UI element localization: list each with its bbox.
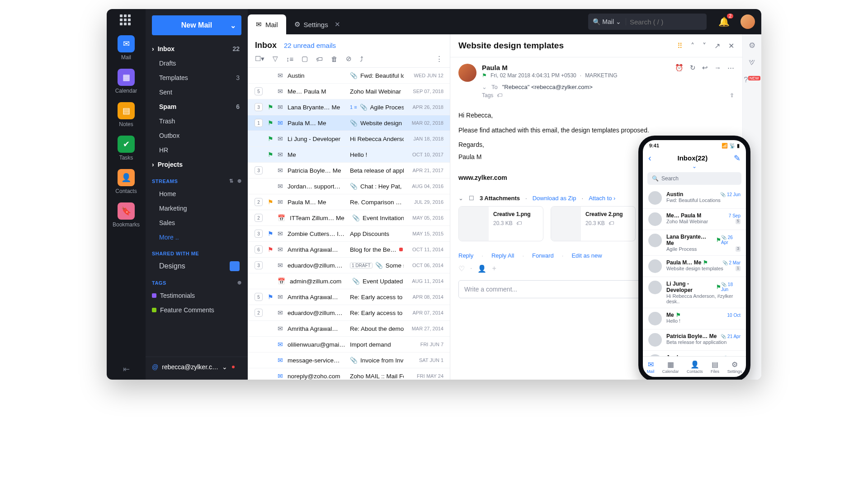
attachment-tag-icon[interactable]: 🏷	[516, 220, 522, 226]
reply-icon[interactable]: ↩	[702, 64, 708, 72]
reply-button[interactable]: Reply	[458, 252, 473, 259]
edit-as-new-button[interactable]: Edit as new	[571, 252, 602, 259]
apps-grid-icon[interactable]	[120, 14, 132, 27]
tag-item[interactable]: Testimonials	[146, 288, 248, 303]
share-icon[interactable]: ⇪	[730, 92, 734, 99]
next-email-icon[interactable]: ˅	[703, 42, 706, 50]
close-icon[interactable]: ✕	[728, 42, 734, 50]
shared-item[interactable]: Designs	[146, 259, 248, 273]
email-row[interactable]: 1 ⚑ ✉ Paula M… Me 📎Website design temp… …	[248, 115, 450, 131]
email-row[interactable]: 3 ✉ Patricia Boyle… Me Beta release of a…	[248, 163, 450, 179]
collapse-rail-icon[interactable]: ⇤	[123, 364, 130, 374]
email-row[interactable]: 2 ⚑ ✉ Paula M… Me Re. Comparison … JUL 2…	[248, 194, 450, 210]
sender-avatar[interactable]	[458, 64, 476, 82]
account-switcher[interactable]: @rebecca@zylker.c…⌄	[146, 357, 248, 375]
folder-projects[interactable]: ›Projects	[146, 157, 248, 172]
attachment-card[interactable]: Creative 1.png20.3 KB🏷	[458, 206, 543, 241]
snoo-icon[interactable]: ↻	[690, 64, 696, 72]
folder-trash[interactable]: Trash	[146, 114, 248, 128]
email-row[interactable]: ✉ message-service@… 📎Invoice from Invoic…	[248, 353, 450, 368]
phone-compose-icon[interactable]: ✎	[734, 153, 741, 163]
attach-to-link[interactable]: Attach to ›	[589, 195, 615, 202]
unread-count-link[interactable]: 22 unread emails	[284, 42, 336, 49]
rail-app-tasks[interactable]: ✔Tasks	[113, 136, 140, 161]
email-row[interactable]: ✉ Jordan… support@z… 📎Chat : Hey Pat, I …	[248, 179, 450, 194]
email-row[interactable]: ✉ Austin 📎Fwd: Beautiful locati… WED JUN…	[248, 68, 450, 84]
filter-icon[interactable]: ▽	[273, 55, 278, 63]
email-row[interactable]: 3 ⚑ ✉ Lana Bryante… Me 1 ≡📎Agile Process…	[248, 99, 450, 115]
phone-email-row[interactable]: Patricia Boyle… Me📎 21 AprBeta release f…	[643, 329, 746, 351]
search-bar[interactable]: 🔍Mail⌄	[588, 14, 707, 30]
settings-icon[interactable]: ⚙	[749, 41, 755, 50]
attachment-tag-icon[interactable]: 🏷	[609, 220, 614, 226]
rail-app-mail[interactable]: ✉Mail	[113, 35, 140, 61]
email-row[interactable]: 6 ⚑ ✉ Amritha Agrawal… Blog for the Be…+…	[248, 242, 450, 258]
folder-drafts[interactable]: Drafts	[146, 56, 248, 71]
add-tag-icon[interactable]: ⊕	[237, 280, 242, 286]
phone-tab-calendar[interactable]: ▦Calendar	[662, 360, 679, 374]
add-person-icon[interactable]: +	[492, 264, 496, 273]
rail-app-notes[interactable]: ▤Notes	[113, 102, 140, 127]
phone-email-row[interactable]: Lana Bryante… Me ⚑📎 26 AprAgile Process3	[643, 230, 746, 256]
stream-item[interactable]: Marketing	[146, 201, 248, 216]
email-row[interactable]: ⚑ ✉ Me Hello ! OCT 10, 2017	[248, 147, 450, 163]
color-picker-icon[interactable]: ⠿	[677, 42, 683, 50]
more-icon[interactable]: ⋯	[727, 64, 734, 72]
phone-tab-settings[interactable]: ⚙Settings	[727, 360, 742, 374]
folder-hr[interactable]: HR	[146, 143, 248, 157]
stream-item[interactable]: Home	[146, 187, 248, 201]
email-row[interactable]: 2 ✉ eduardov@zillum.c… Re: Early access …	[248, 305, 450, 321]
remind-icon[interactable]: ⏰	[675, 64, 684, 72]
search-input[interactable]	[630, 18, 702, 26]
profile-avatar[interactable]	[741, 14, 755, 29]
tab-mail[interactable]: ✉Mail	[248, 14, 286, 34]
new-mail-button[interactable]: New Mail⌄	[152, 15, 241, 35]
phone-email-row[interactable]: Li Jung - Developer ⚑📎 18 JunHi Rebecca …	[643, 277, 746, 308]
filter-icon[interactable]: ⇅	[229, 178, 234, 184]
email-row[interactable]: ✉ Amritha Agrawal… Re: About the demo pr…	[248, 321, 450, 337]
email-row[interactable]: 3 ✉ eduardov@zillum.c… 1 DRAFT📎Some snap…	[248, 258, 450, 273]
folder-inbox[interactable]: ›Inbox22	[146, 42, 248, 56]
phone-search[interactable]: 🔍Search	[647, 172, 741, 185]
email-row[interactable]: ✉ olilienwuaru@gmai… Import demand FRI J…	[248, 337, 450, 353]
phone-email-row[interactable]: Me… Paula M7 SepZoho Mail Webinar5	[643, 209, 746, 230]
download-zip-link[interactable]: Download as Zip	[533, 195, 576, 202]
move-icon[interactable]: ⤴	[360, 55, 363, 63]
rail-app-bookmarks[interactable]: 🔖Bookmarks	[113, 202, 140, 228]
email-row[interactable]: 📅 admin@zillum.com 📎Event Updated - De… …	[248, 273, 450, 289]
like-icon[interactable]: ♡	[458, 264, 465, 273]
phone-tab-files[interactable]: ▤Files	[711, 360, 719, 374]
chevron-icon[interactable]: ⌄	[482, 84, 487, 90]
integration-icon[interactable]: ⩔	[748, 58, 756, 67]
select-all-checkbox[interactable]: ☐▾	[255, 55, 264, 63]
rail-app-contacts[interactable]: 👤Contacts	[113, 169, 140, 194]
email-row[interactable]: 5 ⚑ ✉ Amritha Agrawal… Re: Early access …	[248, 289, 450, 305]
add-tag-icon[interactable]: 🏷	[497, 92, 502, 99]
body-link[interactable]: www.zylker.com	[458, 174, 507, 181]
popout-icon[interactable]: ↗	[714, 42, 720, 50]
email-row[interactable]: ✉ noreply@zoho.com Zoho MAIL :: Mail For…	[248, 368, 450, 380]
person-icon[interactable]: 👤	[477, 264, 486, 273]
phone-email-row[interactable]: Austin📎 12 JunFwd: Beautiful Locations	[643, 188, 746, 209]
attachment-card[interactable]: Creative 2.png20.3 KB🏷	[551, 206, 636, 241]
tab-settings[interactable]: ⚙Settings✕	[286, 14, 349, 34]
help-icon[interactable]: ?	[744, 75, 748, 84]
stream-item[interactable]: More ..	[146, 230, 248, 244]
phone-email-row[interactable]: Jordan… support@zylker📎 4 AugChat: Hey P…	[643, 351, 746, 356]
rail-app-calendar[interactable]: ▦Calendar	[113, 69, 140, 94]
tag-icon[interactable]: 🏷	[316, 55, 323, 63]
phone-email-row[interactable]: Me ⚑10 OctHello !	[643, 308, 746, 329]
folder-sent[interactable]: Sent	[146, 85, 248, 99]
forward-icon[interactable]: →	[714, 64, 721, 71]
phone-email-row[interactable]: Paula M… Me ⚑📎 2 MarWebsite design templ…	[643, 256, 746, 277]
close-tab-icon[interactable]: ✕	[335, 20, 340, 28]
attach-checkbox[interactable]: ☐	[469, 195, 474, 202]
phone-tab-mail[interactable]: ✉Mail	[647, 360, 655, 374]
phone-back-icon[interactable]: ‹	[648, 153, 651, 163]
folder-templates[interactable]: Templates3	[146, 71, 248, 85]
archive-icon[interactable]: ▢	[302, 55, 308, 63]
prev-email-icon[interactable]: ˄	[691, 42, 694, 50]
reply-all-button[interactable]: Reply All	[491, 252, 514, 259]
folder-outbox[interactable]: Outbox	[146, 128, 248, 143]
folder-spam[interactable]: Spam6	[146, 99, 248, 114]
